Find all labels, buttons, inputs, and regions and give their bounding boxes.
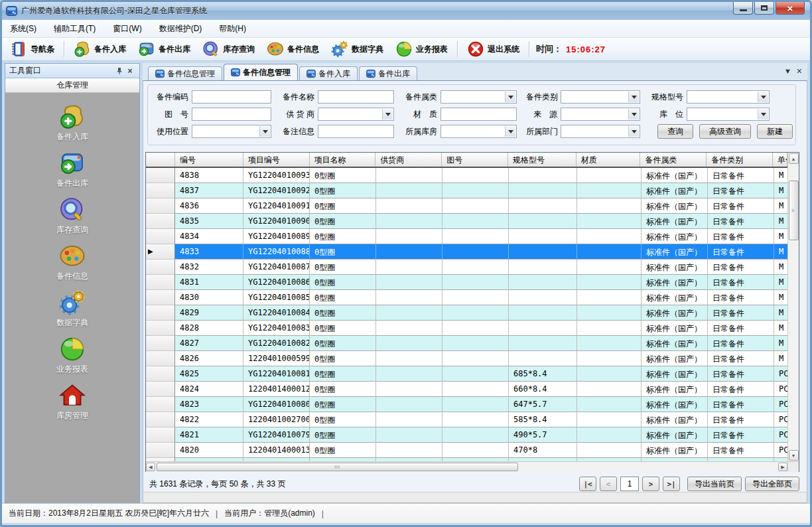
row-selector[interactable] [146, 382, 175, 397]
toolbar-button-exit[interactable]: 退出系统 [464, 39, 522, 59]
row-selector[interactable] [146, 275, 175, 290]
close-button[interactable]: × [776, 2, 805, 15]
sidebar-item-info[interactable]: 备件信息 [56, 243, 88, 289]
menu-item-2[interactable]: 窗口(W) [113, 23, 141, 35]
supplier-select[interactable] [318, 108, 394, 121]
sidebar-item-stock-out[interactable]: 备件出库 [56, 150, 88, 196]
grid-column-header[interactable]: 供货商 [375, 153, 442, 167]
tab-1[interactable]: 备件信息管理 [224, 64, 298, 80]
drawing-no-field[interactable] [192, 108, 271, 121]
tab-0[interactable]: 备件信息管理 [148, 66, 222, 80]
table-row[interactable]: 4831YG122040100860型圈标准件（国产）日常备件M [146, 275, 787, 290]
export-current-page-button[interactable]: 导出当前页 [687, 477, 742, 491]
pin-icon[interactable] [115, 67, 123, 75]
table-row[interactable]: 482612204010005990型圈标准件（国产）日常备件M [146, 351, 787, 366]
toolbar-button-info[interactable]: 备件信息 [264, 39, 322, 59]
row-selector[interactable] [146, 290, 175, 305]
table-row[interactable]: 482012204014000130型圈470*8标准件（国产）日常备件PC [146, 443, 787, 458]
sidebar-close-icon[interactable]: × [125, 66, 135, 76]
row-selector[interactable] [146, 397, 175, 412]
row-selector[interactable] [146, 443, 175, 458]
location-select[interactable] [687, 108, 770, 121]
menu-item-4[interactable]: 帮助(H) [219, 23, 246, 35]
grid-column-header[interactable]: 备件类别 [707, 153, 773, 167]
prev-page-button[interactable]: < [600, 477, 617, 491]
grid-column-header[interactable]: 编号 [175, 153, 243, 167]
grid-column-header[interactable]: 项目名称 [310, 153, 376, 167]
part-name-field[interactable] [318, 90, 394, 104]
toolbar-button-report[interactable]: 业务报表 [393, 39, 450, 59]
table-row[interactable]: 4835YG122040100900型圈标准件（国产）日常备件M [146, 214, 787, 229]
tab-3[interactable]: 备件出库 [359, 66, 417, 80]
last-page-button[interactable]: >| [663, 477, 680, 491]
table-row[interactable]: 4829YG122040100840型圈标准件（国产）日常备件M [146, 305, 787, 321]
toolbar-button-query[interactable]: 库存查询 [200, 39, 257, 59]
toolbar-button-stock-in[interactable]: 备件入库 [71, 39, 129, 59]
sidebar-item-query[interactable]: 库存查询 [56, 196, 88, 243]
sidebar-item-stock-in[interactable]: 备件入库 [56, 104, 88, 150]
advanced-query-button[interactable]: 高级查询 [699, 124, 751, 139]
row-selector[interactable] [146, 198, 175, 214]
row-selector[interactable] [146, 260, 175, 275]
export-all-pages-button[interactable]: 导出全部页 [745, 477, 799, 491]
menu-item-1[interactable]: 辅助工具(T) [54, 23, 96, 35]
use-position-select[interactable] [192, 125, 271, 138]
sidebar-item-dict[interactable]: 数据字典 [56, 289, 88, 336]
row-selector[interactable] [146, 305, 175, 321]
part-class-select[interactable] [440, 90, 517, 104]
table-row[interactable]: 4827YG122040100820型圈标准件（国产）日常备件M [146, 336, 787, 351]
row-selector[interactable] [146, 427, 175, 443]
material-field[interactable] [440, 108, 517, 121]
table-row[interactable]: 482412204014000120型圈660*8.4标准件（国产）日常备件PC [146, 382, 787, 397]
new-button[interactable]: 新建 [757, 124, 793, 139]
vertical-scroll-thumb[interactable] [789, 181, 799, 240]
grid-column-header[interactable]: 项目编号 [243, 153, 310, 167]
grid-column-header[interactable]: 备件属类 [640, 153, 707, 167]
table-row[interactable]: 0型圈标准件（国产）日常备件 [146, 458, 787, 461]
spec-model-select[interactable] [687, 90, 770, 104]
part-type-select[interactable] [561, 90, 640, 104]
row-selector[interactable] [146, 366, 175, 382]
scroll-right-icon[interactable]: ▶ [778, 463, 787, 471]
table-row[interactable]: ▶4833YG122040100880型圈标准件（国产）日常备件M [146, 244, 787, 260]
grid-column-header[interactable]: 材质 [576, 153, 641, 167]
menu-item-3[interactable]: 数据维护(D) [159, 23, 202, 35]
next-page-button[interactable]: > [642, 477, 659, 491]
scroll-down-icon[interactable]: ▼ [789, 450, 799, 461]
maximize-button[interactable] [754, 2, 774, 15]
row-selector[interactable] [146, 336, 175, 351]
tab-list-chevron-down-icon[interactable]: ▼ [784, 68, 791, 75]
table-row[interactable]: 4836YG122040100910型圈标准件（国产）日常备件M [146, 198, 787, 214]
grid-column-header[interactable]: 规格型号 [508, 153, 576, 167]
row-selector[interactable] [146, 321, 175, 336]
remark-field[interactable] [318, 125, 394, 138]
table-row[interactable]: 4832YG122040100870型圈标准件（国产）日常备件M [146, 260, 787, 275]
horizontal-scrollbar[interactable]: ◀ ▶ [146, 462, 787, 472]
row-selector[interactable] [146, 458, 175, 461]
scroll-up-icon[interactable]: ▲ [789, 153, 799, 164]
row-selector[interactable] [146, 168, 175, 183]
page-number-input[interactable] [620, 477, 639, 491]
row-selector[interactable]: ▶ [146, 244, 175, 260]
table-row[interactable]: 4823YG122040100800型圈647*5.7标准件（国产）日常备件PC [146, 397, 787, 412]
row-selector[interactable] [146, 412, 175, 427]
table-row[interactable]: 4821YG122040100790型圈490*5.7标准件（国产）日常备件PC [146, 427, 787, 443]
horizontal-scroll-thumb[interactable] [157, 463, 518, 471]
row-selector[interactable] [146, 214, 175, 229]
table-row[interactable]: 4830YG122040100850型圈标准件（国产）日常备件M [146, 290, 787, 305]
toolbar-button-stock-out[interactable]: 备件出库 [135, 39, 193, 59]
warehouse-select[interactable] [440, 125, 517, 138]
table-row[interactable]: 4834YG122040100890型圈标准件（国产）日常备件M [146, 229, 787, 244]
scroll-left-icon[interactable]: ◀ [146, 463, 155, 471]
toolbar-button-dict[interactable]: 数据字典 [328, 39, 386, 59]
table-row[interactable]: 4828YG122040100830型圈标准件（国产）日常备件M [146, 321, 787, 336]
minimize-button[interactable] [733, 2, 753, 15]
tab-close-icon[interactable]: × [797, 66, 802, 76]
toolbar-button-nav-book[interactable]: 导航条 [7, 39, 57, 59]
table-row[interactable]: 4825YG122040100810型圈685*8.4标准件（国产）日常备件PC [146, 366, 787, 382]
tab-2[interactable]: 备件入库 [299, 66, 358, 80]
first-page-button[interactable]: |< [579, 477, 596, 491]
source-select[interactable] [561, 108, 640, 121]
sidebar-item-home[interactable]: 库房管理 [56, 382, 88, 429]
table-row[interactable]: 4838YG122040100930型圈标准件（国产）日常备件M [146, 168, 787, 183]
